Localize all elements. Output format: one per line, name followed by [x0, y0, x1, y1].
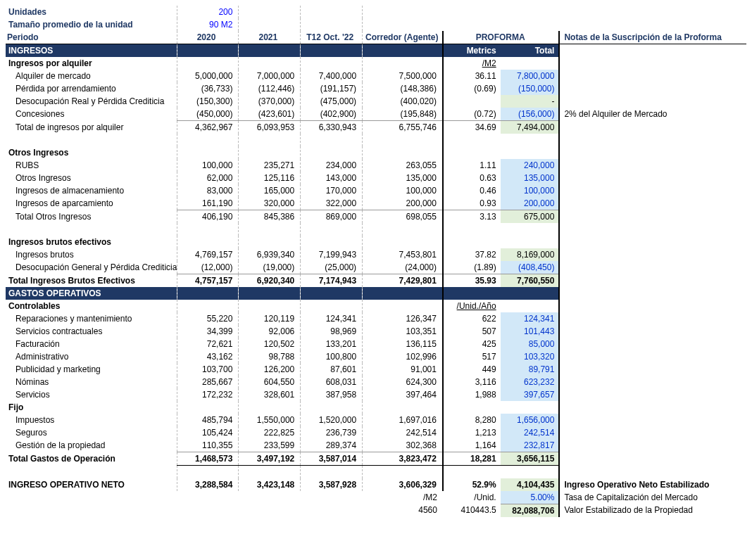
col-t12: T12 Oct. '22 — [301, 31, 363, 44]
egi-header: Ingresos brutos efectivos — [6, 236, 746, 248]
row-parking: Ingresos de aparcamiento161,190320,00032… — [6, 197, 746, 210]
row-loss-lease: Pérdida por arrendamiento(36,733)(112,44… — [6, 82, 746, 95]
row-stabilized-value: 4560 410443.5 82,088,706 Valor Estabiliz… — [6, 504, 746, 517]
col-broker: Corredor (Agente) — [363, 31, 443, 44]
row-gross: Ingresos brutos4,769,1576,939,3407,199,9… — [6, 248, 746, 261]
row-services: Servicios172,232328,601387,958397,4641,9… — [6, 388, 746, 401]
row-rubs: RUBS100,000235,271234,000263,0551.11240,… — [6, 159, 746, 172]
units-label: Unidades — [6, 6, 177, 18]
row-payroll: Nóminas285,667604,550608,031624,3003,116… — [6, 376, 746, 388]
col-2020: 2020 — [177, 31, 239, 44]
row-opex-total: Total Gastos de Operación1,468,5733,497,… — [6, 452, 746, 466]
row-caprate: /M2 /Unid. 5.00% Tasa de Capitalización … — [6, 491, 746, 504]
row-noi: INGRESO OPERATIVO NETO3,288,5843,423,148… — [6, 478, 746, 491]
col-2021: 2021 — [239, 31, 301, 44]
rental-income-header: Ingresos por alquiler /M2 — [6, 57, 746, 70]
row-repairs: Reparaciones y mantenimiento55,220120,11… — [6, 312, 746, 325]
row-marketing: Publicidad y marketing103,700126,20087,6… — [6, 363, 746, 376]
row-egi-total: Total Ingresos Brutos Efectivos4,757,157… — [6, 274, 746, 288]
section-opex: GASTOS OPERATIVOS — [6, 287, 746, 300]
column-header-row: Periodo 2020 2021 T12 Oct. '22 Corredor … — [6, 31, 746, 44]
row-propmgmt: Gestión de la propiedad110,355233,599289… — [6, 439, 746, 452]
section-ingresos: INGRESOS Metrics Total — [6, 44, 746, 58]
avg-size-value: 90 M2 — [177, 18, 239, 31]
row-billing: Facturación72,621120,502133,201136,11542… — [6, 338, 746, 350]
proforma-table: Unidades 200 Tamaño promedio de la unida… — [6, 6, 746, 517]
row-other-income: Otros Ingresos62,000125,116143,000135,00… — [6, 172, 746, 184]
col-proforma: PROFORMA — [443, 31, 559, 44]
row-rental-total: Total de ingresos por alquiler4,362,9676… — [6, 121, 746, 134]
row-contract: Servicios contractuales34,39992,00698,96… — [6, 325, 746, 338]
avg-size-label: Tamaño promedio de la unidad — [6, 18, 177, 31]
row-market-rent: Alquiler de mercado5,000,0007,000,0007,4… — [6, 70, 746, 82]
row-concessions: Concesiones(450,000)(423,601)(402,900)(1… — [6, 108, 746, 121]
row-storage: Ingresos de almacenamiento83,000165,0001… — [6, 184, 746, 197]
metrics-header: Metrics — [443, 44, 501, 58]
other-income-header: Otros Ingresos — [6, 146, 746, 159]
row-other-total: Total Otros Ingresos406,190845,386869,00… — [6, 210, 746, 224]
units-value: 200 — [177, 6, 239, 18]
row-gen-vacancy: Desocupación General y Pérdida Creditici… — [6, 261, 746, 274]
row-vacancy-credit: Desocupación Real y Pérdida Crediticia(1… — [6, 95, 746, 108]
total-header: Total — [501, 44, 560, 58]
row-insurance: Seguros105,424222,825236,739242,5141,213… — [6, 426, 746, 439]
col-notes: Notas de la Suscripción de la Proforma — [559, 31, 746, 44]
row-admin: Administrativo43,16298,788100,800102,996… — [6, 350, 746, 363]
col-period: Periodo — [6, 31, 177, 44]
controllables-header: Controlables/Unid./Año — [6, 300, 746, 312]
row-taxes: Impuestos485,7941,550,0001,520,0001,697,… — [6, 414, 746, 426]
fixed-header: Fijo — [6, 401, 746, 414]
